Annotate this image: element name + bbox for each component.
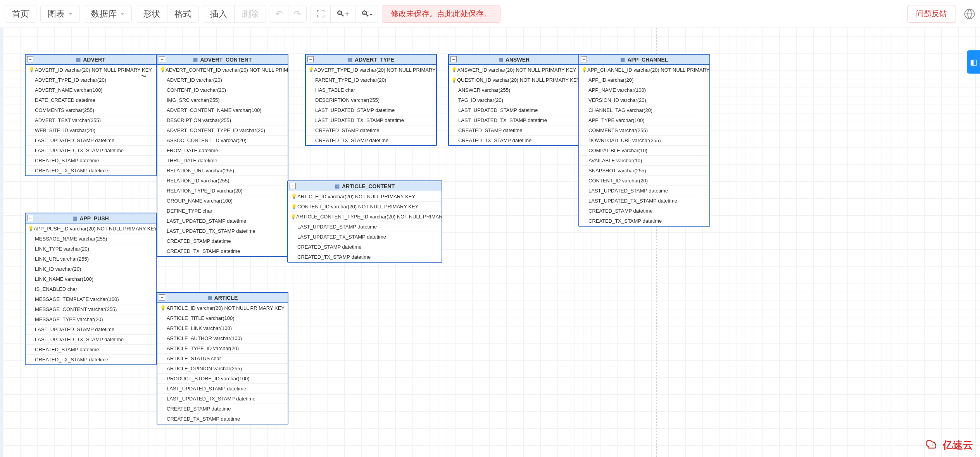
column-row[interactable]: LAST_UPDATED_STAMP datetime bbox=[157, 216, 288, 226]
column-row[interactable]: IS_ENABLED char bbox=[26, 284, 156, 294]
column-row[interactable]: WEB_SITE_ID varchar(20) bbox=[26, 125, 156, 135]
column-row[interactable]: DOWNLOAD_URL varchar(255) bbox=[579, 135, 709, 145]
column-row[interactable]: GROUP_NAME varchar(100) bbox=[157, 196, 288, 206]
globe-icon[interactable] bbox=[964, 8, 975, 20]
column-row[interactable]: DEFINE_TYPE char bbox=[157, 206, 288, 216]
column-row[interactable]: CREATED_TX_STAMP datetime bbox=[306, 135, 436, 145]
column-row[interactable]: APP_ID varchar(20) bbox=[579, 75, 709, 85]
column-row[interactable]: COMPATIBLE varchar(10) bbox=[579, 145, 709, 155]
column-row[interactable]: CREATED_STAMP datetime bbox=[157, 404, 288, 414]
column-row[interactable]: LINK_NAME varchar(100) bbox=[26, 274, 156, 284]
column-row[interactable]: 💡APP_PUSH_ID varchar(20) NOT NULL PRIMAR… bbox=[26, 223, 156, 234]
column-row[interactable]: ADVERT_TYPE_ID varchar(20) bbox=[26, 75, 156, 85]
column-row[interactable]: LINK_URL varchar(255) bbox=[26, 254, 156, 264]
column-row[interactable]: 💡ANSWER_ID varchar(20) NOT NULL PRIMARY … bbox=[449, 65, 579, 75]
entity-header[interactable]: −▦ADVERT_CONTENT bbox=[157, 55, 288, 65]
column-row[interactable]: ARTICLE_AUTHOR varchar(100) bbox=[157, 333, 288, 343]
column-row[interactable]: LAST_UPDATED_TX_STAMP datetime bbox=[157, 226, 288, 236]
column-row[interactable]: VERSION_ID varchar(20) bbox=[579, 95, 709, 105]
entity-advert_content[interactable]: −▦ADVERT_CONTENT💡ADVERT_CONTENT_ID varch… bbox=[157, 54, 288, 257]
column-row[interactable]: CREATED_TX_STAMP datetime bbox=[157, 246, 288, 256]
format-button[interactable]: 格式 bbox=[167, 5, 199, 23]
shape-button[interactable]: 形状 bbox=[136, 5, 167, 23]
column-row[interactable]: LAST_UPDATED_TX_STAMP datetime bbox=[26, 145, 156, 155]
column-row[interactable]: ARTICLE_TYPE_ID varchar(20) bbox=[157, 343, 288, 353]
insert-button[interactable]: 插入 bbox=[203, 5, 234, 23]
column-row[interactable]: DESCRIPTION varchar(255) bbox=[306, 95, 436, 105]
column-row[interactable]: 💡CONTENT_ID varchar(20) NOT NULL PRIMARY… bbox=[288, 201, 442, 211]
column-row[interactable]: MESSAGE_CONTENT varchar(255) bbox=[26, 304, 156, 314]
column-row[interactable]: ARTICLE_LINK varchar(100) bbox=[157, 323, 288, 333]
column-row[interactable]: PARENT_TYPE_ID varchar(20) bbox=[306, 75, 436, 85]
column-row[interactable]: RELATION_URL varchar(255) bbox=[157, 165, 288, 175]
collapse-toggle[interactable]: − bbox=[307, 56, 314, 62]
column-row[interactable]: CREATED_TX_STAMP datetime bbox=[26, 165, 156, 175]
column-row[interactable]: LAST_UPDATED_TX_STAMP datetime bbox=[579, 196, 709, 206]
column-row[interactable]: CREATED_STAMP datetime bbox=[306, 125, 436, 135]
column-row[interactable]: LAST_UPDATED_STAMP datetime bbox=[157, 383, 288, 393]
collapse-toggle[interactable]: − bbox=[159, 294, 165, 301]
column-row[interactable]: HAS_TABLE char bbox=[306, 85, 436, 95]
delete-button[interactable]: 删除 bbox=[234, 5, 266, 23]
entity-app_channel[interactable]: −▦APP_CHANNEL💡APP_CHANNEL_ID varchar(20)… bbox=[578, 54, 710, 227]
column-row[interactable]: IMG_SRC varchar(255) bbox=[157, 95, 288, 105]
column-row[interactable]: LAST_UPDATED_TX_STAMP datetime bbox=[26, 334, 156, 344]
column-row[interactable]: MESSAGE_TYPE varchar(20) bbox=[26, 314, 156, 324]
column-row[interactable]: LAST_UPDATED_TX_STAMP datetime bbox=[306, 115, 436, 125]
column-row[interactable]: ARTICLE_OPINION varchar(255) bbox=[157, 363, 288, 373]
collapse-toggle[interactable]: − bbox=[159, 56, 165, 62]
column-row[interactable]: ADVERT_CONTENT_TYPE_ID varchar(20) bbox=[157, 125, 288, 135]
zoom-in-button[interactable]: 🔍︎+ bbox=[330, 5, 355, 23]
entity-header[interactable]: −▦ANSWER bbox=[449, 55, 579, 65]
entity-answer[interactable]: −▦ANSWER💡ANSWER_ID varchar(20) NOT NULL … bbox=[448, 54, 580, 146]
column-row[interactable]: CREATED_TX_STAMP datetime bbox=[579, 216, 709, 226]
column-row[interactable]: CONTENT_ID varchar(20) bbox=[579, 175, 709, 186]
column-row[interactable]: ADVERT_ID varchar(20) bbox=[157, 75, 288, 85]
column-row[interactable]: FROM_DATE datetime bbox=[157, 145, 288, 155]
column-row[interactable]: LINK_TYPE varchar(20) bbox=[26, 244, 156, 254]
column-row[interactable]: MESSAGE_NAME varchar(255) bbox=[26, 234, 156, 244]
entity-article[interactable]: −▦ARTICLE💡ARTICLE_ID varchar(20) NOT NUL… bbox=[157, 292, 288, 424]
column-row[interactable]: ARTICLE_STATUS char bbox=[157, 353, 288, 363]
column-row[interactable]: APP_NAME varchar(100) bbox=[579, 85, 709, 95]
column-row[interactable]: LAST_UPDATED_STAMP datetime bbox=[26, 135, 156, 145]
entity-header[interactable]: −▦APP_PUSH bbox=[26, 213, 156, 223]
database-dropdown[interactable]: 数据库 bbox=[84, 5, 132, 23]
home-button[interactable]: 首页 bbox=[5, 5, 36, 23]
column-row[interactable]: DATE_CREATED datetime bbox=[26, 95, 156, 105]
column-row[interactable]: THRU_DATE datetime bbox=[157, 155, 288, 165]
column-row[interactable]: 💡ADVERT_CONTENT_ID varchar(20) NOT NULL … bbox=[157, 65, 288, 75]
column-row[interactable]: 💡ADVERT_TYPE_ID varchar(20) NOT NULL PRI… bbox=[306, 65, 436, 75]
column-row[interactable]: CREATED_STAMP datetime bbox=[288, 242, 442, 252]
column-row[interactable]: PRODUCT_STORE_ID varchar(100) bbox=[157, 373, 288, 383]
chart-dropdown[interactable]: 图表 bbox=[40, 5, 80, 23]
entity-advert_type[interactable]: −▦ADVERT_TYPE💡ADVERT_TYPE_ID varchar(20)… bbox=[305, 54, 437, 146]
entity-header[interactable]: −▦ARTICLE bbox=[157, 293, 288, 303]
column-row[interactable]: LAST_UPDATED_STAMP datetime bbox=[306, 105, 436, 115]
entity-header[interactable]: −▦ARTICLE_CONTENT bbox=[288, 181, 442, 191]
column-row[interactable]: ADVERT_TEXT varchar(255) bbox=[26, 115, 156, 125]
column-row[interactable]: RELATION_TYPE_ID varchar(20) bbox=[157, 186, 288, 196]
column-row[interactable]: APP_TYPE varchar(100) bbox=[579, 115, 709, 125]
entity-app_push[interactable]: −▦APP_PUSH💡APP_PUSH_ID varchar(20) NOT N… bbox=[25, 213, 157, 365]
column-row[interactable]: CREATED_STAMP datetime bbox=[449, 125, 579, 135]
column-row[interactable]: 💡ARTICLE_CONTENT_TYPE_ID varchar(20) NOT… bbox=[288, 211, 442, 222]
fit-button[interactable]: ⛶ bbox=[311, 5, 330, 23]
column-row[interactable]: ANSWER varchar(255) bbox=[449, 85, 579, 95]
column-row[interactable]: DESCRIPTION varchar(255) bbox=[157, 115, 288, 125]
column-row[interactable]: COMMENTS varchar(255) bbox=[26, 105, 156, 115]
entity-advert[interactable]: −▦ADVERT💡ADVERT_ID varchar(20) NOT NULL … bbox=[25, 54, 157, 176]
column-row[interactable]: CREATED_TX_STAMP datetime bbox=[157, 414, 288, 424]
column-row[interactable]: 💡QUESTION_ID varchar(20) NOT NULL PRIMAR… bbox=[449, 75, 579, 85]
column-row[interactable]: 💡ADVERT_ID varchar(20) NOT NULL PRIMARY … bbox=[26, 65, 156, 75]
entity-header[interactable]: −▦APP_CHANNEL bbox=[579, 55, 709, 65]
column-row[interactable]: RELATION_ID varchar(255) bbox=[157, 175, 288, 186]
erd-canvas[interactable]: −▦ADVERT💡ADVERT_ID varchar(20) NOT NULL … bbox=[3, 28, 980, 457]
column-row[interactable]: CREATED_TX_STAMP datetime bbox=[26, 354, 156, 364]
column-row[interactable]: CREATED_STAMP datetime bbox=[26, 344, 156, 354]
entity-article_content[interactable]: −▦ARTICLE_CONTENT💡ARTICLE_ID varchar(20)… bbox=[287, 180, 442, 263]
collapse-toggle[interactable]: − bbox=[581, 56, 587, 62]
column-row[interactable]: CREATED_TX_STAMP datetime bbox=[449, 135, 579, 145]
column-row[interactable]: LINK_ID varchar(20) bbox=[26, 264, 156, 274]
redo-button[interactable]: ↷ bbox=[288, 5, 307, 23]
